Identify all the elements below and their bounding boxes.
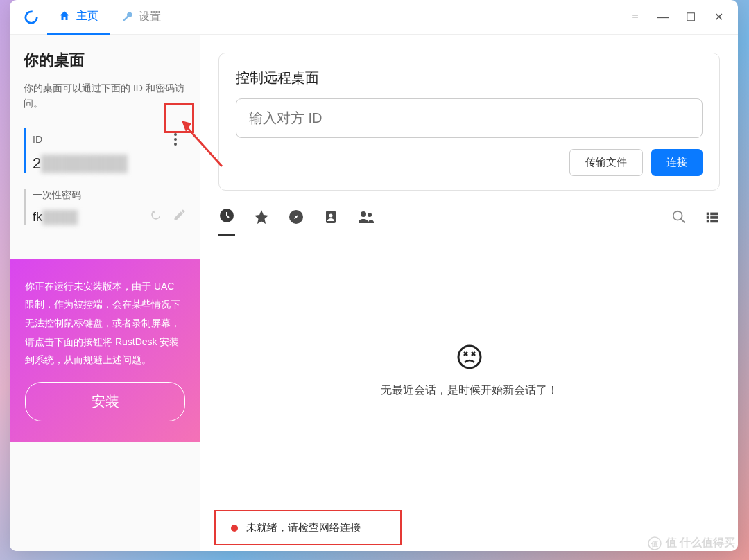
status-bar: 未就绪，请检查网络连接 (214, 510, 402, 545)
empty-state: 无最近会话，是时候开始新会话了！ (200, 236, 738, 505)
addressbook-tab[interactable] (322, 209, 339, 235)
svg-rect-10 (710, 212, 718, 215)
discovered-tab[interactable] (288, 209, 304, 235)
wrench-icon (121, 11, 133, 24)
id-label: ID (33, 134, 42, 145)
svg-point-0 (26, 11, 37, 23)
svg-point-7 (673, 211, 682, 220)
svg-rect-12 (710, 216, 718, 219)
sidebar-subtitle: 你的桌面可以通过下面的 ID 和密码访问。 (24, 80, 187, 112)
edit-icon[interactable] (173, 208, 187, 222)
window-controls: ≡ — ☐ ✕ (621, 3, 738, 31)
recent-tab[interactable] (218, 207, 235, 236)
id-block: ID 2████████ (24, 128, 187, 173)
svg-rect-11 (707, 216, 709, 219)
svg-point-6 (368, 213, 372, 217)
id-more-button[interactable] (164, 128, 187, 150)
connect-button[interactable]: 连接 (651, 149, 703, 176)
svg-rect-9 (707, 212, 709, 215)
svg-point-5 (361, 211, 366, 217)
tab-settings[interactable]: 设置 (110, 0, 172, 35)
status-dot-icon (231, 525, 238, 532)
tab-home-label: 主页 (76, 9, 98, 24)
remote-buttons: 传输文件 连接 (236, 149, 703, 176)
remote-card: 控制远程桌面 传输文件 连接 (218, 53, 720, 191)
app-body: 你的桌面 你的桌面可以通过下面的 ID 和密码访问。 ID 2████████ … (10, 35, 738, 551)
watermark: 值 值 什么值得买 (648, 536, 735, 550)
search-icon[interactable] (671, 209, 687, 234)
maximize-icon[interactable]: ☐ (677, 3, 705, 31)
close-icon[interactable]: ✕ (705, 3, 732, 31)
password-label: 一次性密码 (33, 189, 81, 202)
svg-line-8 (681, 218, 685, 222)
id-value: 2████████ (33, 155, 187, 173)
group-tab[interactable] (357, 209, 375, 235)
home-icon (58, 10, 71, 22)
app-logo-icon (24, 10, 39, 25)
menu-icon[interactable]: ≡ (621, 3, 649, 31)
install-button[interactable]: 安装 (25, 382, 185, 421)
refresh-icon[interactable] (149, 208, 163, 222)
sad-face-icon (456, 343, 483, 371)
install-card: 你正在运行未安装版本，由于 UAC 限制，作为被控端，会在某些情况下无法控制鼠标… (10, 259, 200, 442)
svg-rect-13 (707, 220, 709, 222)
list-view-icon[interactable] (705, 209, 720, 234)
titlebar: 主页 设置 ≡ — ☐ ✕ (10, 0, 738, 35)
minimize-icon[interactable]: — (649, 3, 677, 31)
main-panel: 控制远程桌面 传输文件 连接 (200, 35, 738, 551)
favorites-tab[interactable] (253, 209, 270, 235)
svg-text:值: 值 (651, 540, 658, 548)
svg-point-4 (329, 213, 333, 217)
sidebar-title: 你的桌面 (24, 50, 187, 71)
session-tabs (218, 207, 720, 236)
tab-settings-label: 设置 (139, 10, 161, 24)
empty-text: 无最近会话，是时候开始新会话了！ (381, 383, 558, 398)
remote-id-input[interactable] (236, 98, 703, 138)
svg-point-15 (458, 346, 481, 368)
remote-title: 控制远程桌面 (236, 69, 703, 87)
sidebar: 你的桌面 你的桌面可以通过下面的 ID 和密码访问。 ID 2████████ … (10, 35, 200, 551)
status-text: 未就绪，请检查网络连接 (246, 521, 361, 534)
transfer-file-button[interactable]: 传输文件 (569, 149, 643, 176)
tab-home[interactable]: 主页 (47, 0, 110, 35)
app-window: 主页 设置 ≡ — ☐ ✕ 你的桌面 你的桌面可以通过下面的 ID 和密码访问。… (10, 0, 738, 551)
password-value: fk████ (33, 210, 78, 225)
svg-rect-14 (710, 220, 718, 222)
password-block: 一次性密码 fk████ (24, 189, 187, 225)
install-text: 你正在运行未安装版本，由于 UAC 限制，作为被控端，会在某些情况下无法控制鼠标… (25, 277, 185, 369)
